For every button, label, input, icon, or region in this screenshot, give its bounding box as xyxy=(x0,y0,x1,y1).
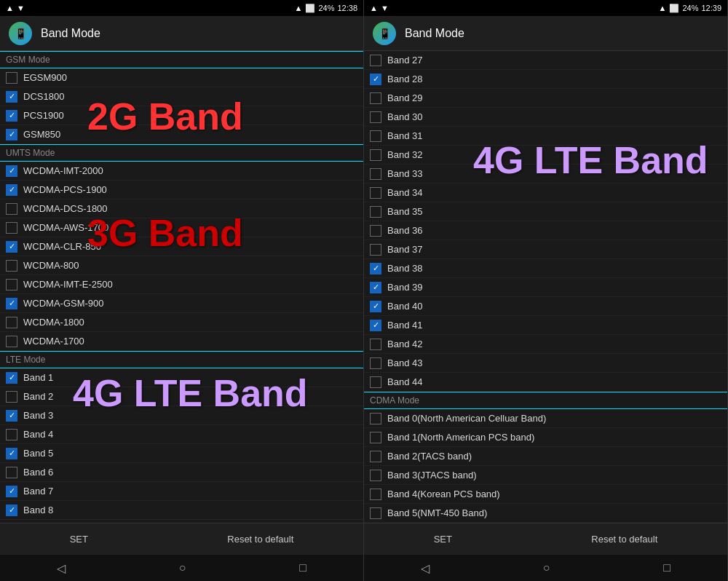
wcdma-pcs1900-checkbox[interactable]: ✓ xyxy=(6,184,17,196)
band-item[interactable]: ✓ WCDMA-GSM-900 xyxy=(0,294,363,313)
wcdma-800-checkbox[interactable] xyxy=(6,260,17,272)
band44-checkbox[interactable] xyxy=(370,376,381,388)
band37-checkbox[interactable] xyxy=(370,244,381,256)
band-item[interactable]: Band 2(TACS band) xyxy=(364,447,727,466)
band43-checkbox[interactable] xyxy=(370,357,381,369)
lte-band4-checkbox[interactable] xyxy=(6,429,17,440)
band38-checkbox[interactable]: ✓ xyxy=(370,263,381,274)
band-item[interactable]: Band 43 xyxy=(364,354,727,373)
band-item[interactable]: ✓ Band 28 xyxy=(364,70,727,89)
band-item[interactable]: Band 33 xyxy=(364,165,727,183)
band-item[interactable]: ✓ Band 1 xyxy=(0,368,363,387)
right-set-button[interactable]: SET xyxy=(416,528,470,550)
band-item[interactable]: Band 5(NMT-450 Band) xyxy=(364,504,727,523)
left-scroll-content[interactable]: GSM Mode EGSM900 ✓ DCS1800 ✓ PCS1900 ✓ G… xyxy=(0,51,363,523)
left-set-button[interactable]: SET xyxy=(52,528,106,550)
right-recents-button[interactable]: □ xyxy=(652,558,682,577)
left-home-button[interactable]: ○ xyxy=(167,558,198,577)
wcdma-1700-checkbox[interactable] xyxy=(6,336,17,347)
band-item[interactable]: WCDMA-IMT-E-2500 xyxy=(0,275,363,294)
lte-band1-checkbox[interactable]: ✓ xyxy=(6,372,17,384)
band-item[interactable]: Band 32 xyxy=(364,146,727,165)
right-home-button[interactable]: ○ xyxy=(531,558,562,577)
pcs1900-checkbox[interactable]: ✓ xyxy=(6,110,17,122)
band-item[interactable]: Band 27 xyxy=(364,51,727,70)
band-item[interactable]: Band 30 xyxy=(364,108,727,127)
band31-checkbox[interactable] xyxy=(370,130,381,142)
band-item[interactable]: Band 31 xyxy=(364,127,727,146)
band-item[interactable]: WCDMA-DCS-1800 xyxy=(0,199,363,218)
cdma-band1-checkbox[interactable] xyxy=(370,432,381,443)
band-item[interactable]: Band 37 xyxy=(364,240,727,259)
band42-checkbox[interactable] xyxy=(370,339,381,350)
lte-band6-checkbox[interactable] xyxy=(6,467,17,478)
band-item[interactable]: Band 4 xyxy=(0,425,363,444)
band40-checkbox[interactable]: ✓ xyxy=(370,301,381,312)
band-item[interactable]: Band 9 xyxy=(0,520,363,523)
cdma-band5-checkbox[interactable] xyxy=(370,507,381,519)
band-item[interactable]: ✓ Band 41 xyxy=(364,316,727,335)
band-item[interactable]: ✓ WCDMA-IMT-2000 xyxy=(0,162,363,181)
egsm900-checkbox[interactable] xyxy=(6,72,17,84)
band-item[interactable]: Band 44 xyxy=(364,373,727,392)
band-item[interactable]: Band 6 xyxy=(0,463,363,482)
band-item[interactable]: ✓ Band 7 xyxy=(0,482,363,501)
lte-band2-checkbox[interactable] xyxy=(6,391,17,403)
cdma-band3-checkbox[interactable] xyxy=(370,470,381,481)
band39-checkbox[interactable]: ✓ xyxy=(370,282,381,293)
left-recents-button[interactable]: □ xyxy=(288,558,318,577)
band30-checkbox[interactable] xyxy=(370,111,381,123)
band-item[interactable]: ✓ GSM850 xyxy=(0,125,363,144)
wcdma-clr850-checkbox[interactable]: ✓ xyxy=(6,241,17,253)
band33-checkbox[interactable] xyxy=(370,168,381,180)
band-item[interactable]: ✓ Band 3 xyxy=(0,406,363,425)
cdma-band4-checkbox[interactable] xyxy=(370,489,381,500)
right-back-button[interactable]: ◁ xyxy=(409,558,441,578)
band-item[interactable]: Band 42 xyxy=(364,335,727,354)
band-item[interactable]: WCDMA-AWS-1700 xyxy=(0,218,363,237)
band-item[interactable]: Band 4(Korean PCS band) xyxy=(364,485,727,504)
wcdma-1800-checkbox[interactable] xyxy=(6,317,17,328)
band-item[interactable]: ✓ Band 39 xyxy=(364,278,727,297)
band-item[interactable]: ✓ Band 38 xyxy=(364,259,727,278)
band-item[interactable]: ✓ Band 5 xyxy=(0,444,363,463)
band35-checkbox[interactable] xyxy=(370,206,381,218)
band32-checkbox[interactable] xyxy=(370,149,381,161)
band-item[interactable]: Band 35 xyxy=(364,202,727,221)
band28-checkbox[interactable]: ✓ xyxy=(370,74,381,85)
band-item[interactable]: ✓ WCDMA-PCS-1900 xyxy=(0,181,363,199)
right-scroll-content[interactable]: Band 27 ✓ Band 28 Band 29 Band 30 Band 3… xyxy=(364,51,727,523)
gsm850-checkbox[interactable]: ✓ xyxy=(6,129,17,141)
band29-checkbox[interactable] xyxy=(370,92,381,104)
band36-checkbox[interactable] xyxy=(370,225,381,237)
band-item[interactable]: Band 34 xyxy=(364,183,727,202)
cdma-band2-checkbox[interactable] xyxy=(370,451,381,462)
band-item[interactable]: Band 3(JTACS band) xyxy=(364,466,727,485)
band-item[interactable]: ✓ PCS1900 xyxy=(0,106,363,125)
dcs1800-checkbox[interactable]: ✓ xyxy=(6,91,17,103)
band-item[interactable]: Band 36 xyxy=(364,221,727,240)
band-item[interactable]: ✓ Band 40 xyxy=(364,297,727,316)
band-item[interactable]: ✓ WCDMA-CLR-850 xyxy=(0,237,363,256)
cdma-band0-checkbox[interactable] xyxy=(370,413,381,424)
band41-checkbox[interactable]: ✓ xyxy=(370,320,381,331)
lte-band8-checkbox[interactable]: ✓ xyxy=(6,505,17,516)
wcdma-imt-e2500-checkbox[interactable] xyxy=(6,279,17,290)
left-reset-button[interactable]: Reset to default xyxy=(210,528,311,550)
left-back-button[interactable]: ◁ xyxy=(45,558,77,578)
band-item[interactable]: WCDMA-1800 xyxy=(0,313,363,332)
band-item[interactable]: EGSM900 xyxy=(0,68,363,87)
band-item[interactable]: WCDMA-800 xyxy=(0,256,363,275)
band-item[interactable]: ✓ DCS1800 xyxy=(0,87,363,106)
lte-band3-checkbox[interactable]: ✓ xyxy=(6,410,17,422)
band-item[interactable]: Band 0(North American Celluar Band) xyxy=(364,409,727,428)
band-item[interactable]: Band 1(North American PCS band) xyxy=(364,428,727,447)
wcdma-gsm900-checkbox[interactable]: ✓ xyxy=(6,298,17,309)
right-reset-button[interactable]: Reset to default xyxy=(574,528,675,550)
band27-checkbox[interactable] xyxy=(370,55,381,66)
lte-band7-checkbox[interactable]: ✓ xyxy=(6,486,17,497)
band34-checkbox[interactable] xyxy=(370,187,381,199)
lte-band5-checkbox[interactable]: ✓ xyxy=(6,448,17,459)
band-item[interactable]: ✓ Band 8 xyxy=(0,501,363,520)
wcdma-imt2000-checkbox[interactable]: ✓ xyxy=(6,165,17,177)
